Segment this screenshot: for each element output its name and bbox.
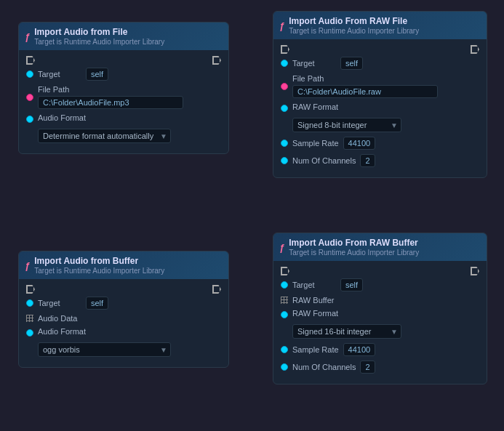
node-import-buffer: ƒ Import Audio from Buffer Target is Run…	[18, 251, 229, 368]
numchannels-row-2: Num Of Channels 2	[281, 360, 479, 374]
samplerate-value-2: 44100	[343, 343, 376, 356]
exec-out-pin-4	[471, 267, 479, 275]
target-row-4: Target self	[281, 278, 479, 291]
audioformat-pin-2	[26, 329, 33, 337]
node-import-file-header: ƒ Import Audio from File Target is Runti…	[19, 23, 228, 50]
node-import-buffer-subtitle: Target is Runtime Audio Importer Library	[34, 267, 164, 275]
samplerate-label-2: Sample Rate	[292, 345, 339, 354]
node-import-buffer-title: Import Audio from Buffer	[34, 256, 164, 266]
exec-out-pin	[212, 56, 221, 65]
node-import-raw-buffer-title: Import Audio From RAW Buffer	[289, 238, 419, 248]
samplerate-value: 44100	[343, 137, 376, 150]
target-row: Target self	[26, 68, 221, 81]
numchannels-value: 2	[360, 154, 375, 167]
rawformat-row: RAW Format Signed 8-bit integer Signed 1…	[281, 102, 479, 132]
numchannels-label: Num Of Channels	[292, 156, 356, 165]
filepath-row-2: File Path C:\Folder\AudioFile.raw	[281, 74, 479, 98]
audioformat-pin	[26, 116, 33, 123]
rawbuffer-row: RAW Buffer	[281, 296, 479, 305]
audiodata-row: Audio Data	[26, 314, 221, 323]
filepath-value: C:\Folder\AudioFile.mp3	[38, 96, 183, 109]
numchannels-pin-2	[281, 363, 288, 371]
function-icon: ƒ	[25, 31, 30, 42]
exec-row	[26, 56, 221, 65]
function-icon-2: ƒ	[279, 20, 284, 31]
rawformat-label: RAW Format	[292, 102, 338, 111]
audioformat-label-2: Audio Format	[38, 327, 86, 336]
numchannels-value-2: 2	[360, 360, 375, 374]
target-row-2: Target self	[281, 57, 479, 70]
target-pin-3	[26, 299, 33, 307]
target-value-3: self	[86, 297, 108, 310]
samplerate-row: Sample Rate 44100	[281, 137, 479, 150]
rawbuffer-label: RAW Buffer	[292, 296, 336, 305]
exec-in-pin	[26, 56, 35, 65]
target-label-2: Target	[292, 59, 336, 68]
function-icon-3: ƒ	[25, 260, 30, 271]
rawformat-pin	[281, 105, 288, 112]
node-import-file-subtitle: Target is Runtime Audio Importer Library	[34, 38, 164, 46]
target-value-4: self	[340, 278, 363, 291]
exec-out-pin-3	[212, 285, 221, 294]
rawformat-select-2[interactable]: Signed 8-bit integer Signed 16-bit integ…	[292, 324, 401, 339]
node-import-file-title: Import Audio from File	[34, 27, 164, 37]
target-pin	[26, 71, 33, 78]
rawformat-select[interactable]: Signed 8-bit integer Signed 16-bit integ…	[292, 118, 401, 132]
numchannels-pin	[281, 157, 288, 164]
target-label-3: Target	[38, 299, 81, 307]
filepath-value-2: C:\Folder\AudioFile.raw	[292, 85, 438, 98]
exec-in-pin-4	[281, 267, 289, 275]
filepath-row: File Path C:\Folder\AudioFile.mp3	[26, 85, 221, 109]
audioformat-select[interactable]: Determine format automatically MP3 WAV F…	[38, 129, 171, 143]
numchannels-label-2: Num Of Channels	[292, 363, 356, 371]
samplerate-pin	[281, 140, 288, 147]
rawbuffer-pin	[281, 297, 288, 304]
numchannels-row: Num Of Channels 2	[281, 154, 479, 167]
function-icon-4: ƒ	[279, 242, 284, 253]
target-pin-2	[281, 60, 288, 67]
filepath-pin	[26, 94, 33, 101]
audioformat-label: Audio Format	[38, 113, 86, 122]
target-row-3: Target self	[26, 297, 221, 310]
target-label: Target	[38, 70, 81, 78]
exec-out-pin-2	[471, 45, 479, 54]
node-import-raw-buffer-subtitle: Target is Runtime Audio Importer Library	[289, 249, 419, 257]
node-import-raw-file-subtitle: Target is Runtime Audio Importer Library	[289, 27, 419, 35]
rawformat-row-2: RAW Format Signed 8-bit integer Signed 1…	[281, 309, 479, 339]
node-import-raw-file: ƒ Import Audio From RAW File Target is R…	[273, 11, 487, 178]
node-import-file: ƒ Import Audio from File Target is Runti…	[18, 22, 229, 154]
rawformat-pin-2	[281, 311, 288, 318]
rawformat-label-2: RAW Format	[292, 309, 338, 318]
exec-in-pin-2	[281, 45, 289, 54]
exec-row-3	[26, 285, 221, 294]
exec-in-pin-3	[26, 285, 35, 294]
exec-row-4	[281, 267, 479, 275]
samplerate-label: Sample Rate	[292, 139, 339, 148]
node-import-raw-buffer: ƒ Import Audio From RAW Buffer Target is…	[273, 233, 487, 384]
node-import-raw-buffer-header: ƒ Import Audio From RAW Buffer Target is…	[273, 233, 487, 261]
filepath-label: File Path	[38, 85, 183, 94]
target-value-2: self	[340, 57, 363, 70]
filepath-pin-2	[281, 83, 288, 90]
target-value: self	[86, 68, 108, 81]
audiodata-label: Audio Data	[38, 314, 81, 323]
audiodata-pin	[26, 315, 33, 322]
node-import-raw-file-title: Import Audio From RAW File	[289, 16, 419, 26]
filepath-label-2: File Path	[292, 74, 438, 83]
samplerate-row-2: Sample Rate 44100	[281, 343, 479, 356]
exec-row-2	[281, 45, 479, 54]
target-pin-4	[281, 281, 288, 289]
samplerate-pin-2	[281, 346, 288, 353]
audioformat-row: Audio Format Determine format automatica…	[26, 113, 221, 143]
target-label-4: Target	[292, 281, 336, 289]
audioformat-row-2: Audio Format ogg vorbis MP3 WAV FLAC Det…	[26, 327, 221, 357]
audioformat-select-2[interactable]: ogg vorbis MP3 WAV FLAC Determine format…	[38, 342, 171, 357]
node-import-raw-file-header: ƒ Import Audio From RAW File Target is R…	[273, 12, 487, 39]
node-import-buffer-header: ƒ Import Audio from Buffer Target is Run…	[19, 251, 228, 279]
